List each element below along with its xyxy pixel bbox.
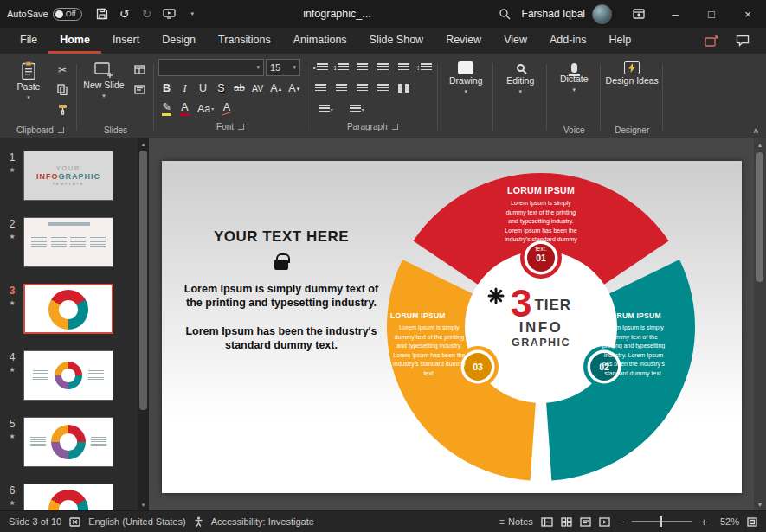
paste-button[interactable]: Paste ▾ [8,57,49,123]
three-tier-infographic[interactable]: 01 02 03 LORUM IPSUM Lore [377,163,705,491]
language-indicator[interactable]: English (United States) [88,516,186,527]
align-right-button[interactable] [352,80,371,97]
font-size-combo[interactable]: 15▾ [266,59,300,76]
dialog-launcher-icon[interactable] [392,124,398,130]
increase-indent-button[interactable] [373,59,392,76]
drawing-button[interactable]: Drawing ▾ [442,57,489,123]
tab-home[interactable]: Home [48,28,101,54]
normal-view-button[interactable] [541,517,553,527]
slide-thumbnail-4[interactable] [23,350,113,401]
slide-text-placeholder[interactable]: YOUR TEXT HERE Lorem Ipsum is simply dum… [177,228,385,366]
slide-layout-button[interactable] [129,61,150,79]
start-slideshow-button[interactable] [158,2,181,26]
collapse-ribbon-button[interactable]: ∧ [753,125,759,135]
slide-thumbnail-6[interactable] [23,484,113,510]
numbering-button[interactable]: 1 [332,59,351,76]
character-spacing-button[interactable]: AV [249,80,266,97]
bold-button[interactable]: B [158,80,175,97]
dialog-launcher-icon[interactable] [58,127,64,133]
slide-sorter-button[interactable] [561,517,572,527]
editing-button[interactable]: Editing ▾ [498,57,543,123]
font-name-combo[interactable]: ▾ [158,59,264,76]
save-button[interactable] [91,2,113,26]
clear-formatting-button[interactable]: A [218,100,235,118]
redo-button[interactable]: ↻ [136,2,158,26]
slide-thumbnail-1[interactable]: YOUR INFOGRAPHIC TEMPLATE [23,151,113,201]
spell-check-button[interactable] [69,517,80,527]
accessibility-button[interactable] [194,516,203,527]
reading-view-button[interactable] [580,517,591,527]
change-case-button[interactable]: Aa▾ [195,100,216,118]
canvas-scrollbar[interactable]: ▴ ▾ [754,138,766,510]
font-color-button[interactable]: A [177,100,193,118]
design-ideas-button[interactable]: Design Ideas [605,57,659,123]
cut-button[interactable]: ✂ [52,61,73,79]
strikethrough-button[interactable]: ab [231,80,248,97]
tab-animations[interactable]: Animations [282,28,358,54]
scrollbar-thumb[interactable] [139,151,147,410]
zoom-level[interactable]: 52% [715,516,739,527]
dialog-launcher-icon[interactable] [238,124,244,130]
tab-design[interactable]: Design [151,28,207,54]
align-text-button[interactable]: ▾ [311,100,340,118]
dictate-button[interactable]: Dictate ▾ [551,57,596,123]
format-painter-button[interactable] [52,100,73,119]
increase-font-size-button[interactable]: A▴ [267,80,284,97]
slideshow-button[interactable] [599,517,610,527]
line-spacing-button[interactable]: ↕ [415,59,434,76]
zoom-out-button[interactable]: − [618,516,625,529]
customize-quick-access-button[interactable]: ▾ [181,2,203,26]
decrease-indent-button[interactable] [352,59,371,76]
share-button[interactable] [702,33,721,48]
fit-to-window-button[interactable] [747,517,757,527]
text-direction-button[interactable] [394,59,413,76]
justify-button[interactable] [373,80,392,97]
tab-view[interactable]: View [492,28,538,54]
slide-thumbnail-5[interactable] [23,417,113,467]
slide-canvas[interactable]: YOUR TEXT HERE Lorem Ipsum is simply dum… [162,161,742,493]
new-slide-button[interactable]: New Slide ▾ [81,57,126,123]
decrease-font-size-button[interactable]: A▾ [286,80,302,97]
tab-transitions[interactable]: Transitions [207,28,282,54]
zoom-slider-thumb[interactable] [660,516,662,527]
tab-insert[interactable]: Insert [101,28,151,54]
search-button[interactable] [487,0,522,28]
tab-slideshow[interactable]: Slide Show [358,28,435,54]
thumbnails-scrollbar[interactable]: ▴ ▾ [138,138,149,510]
notes-button[interactable]: ≡ Notes [499,516,533,527]
tab-help[interactable]: Help [597,28,642,54]
copy-button[interactable] [52,80,73,99]
zoom-slider[interactable] [632,521,692,522]
underline-button[interactable]: U [195,80,211,97]
comments-button[interactable] [733,33,752,48]
scroll-down-icon[interactable]: ▾ [142,499,145,510]
italic-button[interactable]: I [177,80,193,97]
align-center-button[interactable] [332,80,351,97]
slide-thumbnail-2[interactable] [23,217,113,267]
zoom-in-button[interactable]: + [700,516,707,529]
close-button[interactable]: × [730,0,766,28]
align-left-button[interactable] [311,80,330,97]
text-highlight-button[interactable]: ✎ [158,100,175,118]
scroll-up-icon[interactable]: ▴ [142,138,145,150]
user-avatar[interactable] [592,4,612,24]
accessibility-status[interactable]: Accessibility: Investigate [211,516,314,527]
tab-review[interactable]: Review [434,28,492,54]
scroll-up-icon[interactable]: ▴ [758,138,762,151]
slide-thumbnail-3[interactable] [23,284,113,334]
text-shadow-button[interactable]: S [213,80,229,97]
maximize-button[interactable]: □ [693,0,730,28]
scrollbar-thumb[interactable] [756,152,763,282]
tab-file[interactable]: File [9,28,48,54]
reset-slide-button[interactable] [129,80,150,99]
undo-button[interactable]: ↺ [113,2,136,26]
slide-indicator[interactable]: Slide 3 of 10 [9,516,61,527]
minimize-button[interactable]: – [657,0,693,28]
autosave-switch[interactable]: Off [53,8,82,21]
tab-addins[interactable]: Add-ins [538,28,597,54]
ribbon-display-options-button[interactable] [621,0,657,28]
bullets-button[interactable]: • [311,59,330,76]
columns-button[interactable] [394,80,413,97]
convert-smartart-button[interactable]: ▾ [342,100,371,118]
scroll-down-icon[interactable]: ▾ [758,498,762,510]
